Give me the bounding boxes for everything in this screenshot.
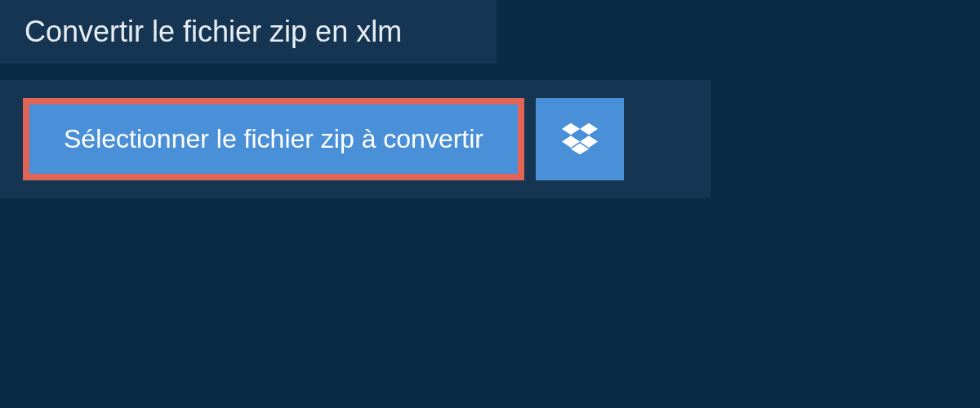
- dropbox-button[interactable]: [536, 98, 624, 180]
- upload-panel: Sélectionner le fichier zip à convertir: [0, 80, 710, 198]
- dropbox-icon: [562, 120, 598, 159]
- select-file-button[interactable]: Sélectionner le fichier zip à convertir: [23, 98, 524, 180]
- button-row: Sélectionner le fichier zip à convertir: [23, 98, 688, 180]
- select-file-label: Sélectionner le fichier zip à convertir: [64, 124, 483, 154]
- page-title: Convertir le fichier zip en xlm: [0, 0, 497, 64]
